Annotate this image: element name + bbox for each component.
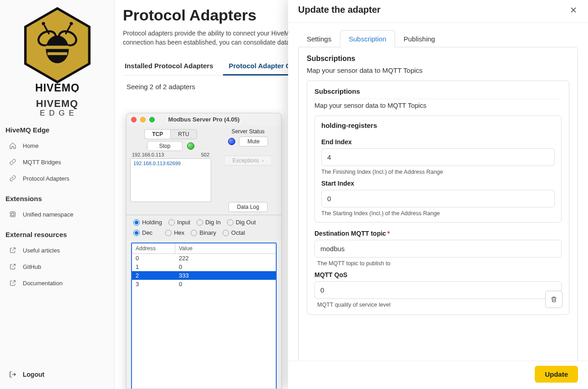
svg-rect-5 bbox=[47, 52, 67, 55]
sidebar-item-github[interactable]: GitHub bbox=[0, 258, 114, 275]
external-link-icon bbox=[9, 279, 16, 287]
svg-rect-12 bbox=[10, 212, 15, 217]
register-type-row: Holding Input Dig In Dig Out bbox=[127, 215, 281, 229]
trash-icon bbox=[550, 296, 558, 303]
tab-publishing[interactable]: Publishing bbox=[395, 30, 444, 47]
register-table[interactable]: Address Value 022210233330 bbox=[131, 242, 277, 389]
destination-topic-input[interactable] bbox=[314, 240, 562, 258]
seg-rtu[interactable]: RTU bbox=[170, 129, 197, 139]
radio-digout[interactable]: Dig Out bbox=[227, 219, 256, 226]
chevron-right-icon: › bbox=[262, 157, 264, 164]
col-value: Value bbox=[175, 243, 196, 253]
datalog-button[interactable]: Data Log bbox=[228, 202, 268, 212]
table-row[interactable]: 10 bbox=[132, 263, 276, 271]
subscriptions-title: Subscriptions bbox=[307, 55, 569, 63]
server-ip: 192.168.0.113 bbox=[132, 152, 164, 157]
radio-holding[interactable]: Holding bbox=[133, 219, 162, 226]
close-icon[interactable] bbox=[569, 5, 578, 15]
link-icon bbox=[9, 175, 16, 182]
external-link-icon bbox=[9, 247, 16, 254]
sidebar-section-res: External resources bbox=[0, 227, 114, 242]
sidebar-item-label: Useful articles bbox=[23, 247, 60, 254]
server-port: 502 bbox=[201, 152, 209, 157]
qos-label: MQTT QoS bbox=[314, 271, 562, 278]
number-base-row: Dec Hex Binary Octal bbox=[127, 229, 281, 240]
table-row[interactable]: 0222 bbox=[132, 254, 276, 263]
logout-button[interactable]: Logout bbox=[0, 366, 114, 383]
layers-icon bbox=[9, 211, 16, 218]
table-row[interactable]: 2333 bbox=[132, 271, 276, 280]
holding-registers-card: holding-registers End Index The Finishin… bbox=[314, 116, 562, 222]
svg-point-9 bbox=[70, 22, 73, 25]
sidebar-item-adapters[interactable]: Protocol Adapters bbox=[0, 170, 114, 187]
radio-input[interactable]: Input bbox=[168, 219, 190, 226]
qos-help: MQTT quality of service level bbox=[314, 302, 562, 308]
update-button[interactable]: Update bbox=[535, 366, 578, 383]
sidebar-item-docs[interactable]: Documentation bbox=[0, 275, 114, 291]
connection-list[interactable]: 192.168.0.113:62699 bbox=[130, 158, 211, 202]
end-index-label: End Index bbox=[321, 138, 555, 146]
sidebar-section-main: HiveMQ Edge bbox=[0, 122, 114, 137]
end-index-input[interactable] bbox=[321, 148, 555, 166]
link-icon bbox=[9, 158, 16, 166]
radio-octal[interactable]: Octal bbox=[223, 229, 245, 236]
sidebar-item-namespace[interactable]: Unified namespace bbox=[0, 206, 114, 222]
svg-point-7 bbox=[41, 22, 45, 25]
subscriptions-desc: Map your sensor data to MQTT Topics bbox=[307, 66, 569, 74]
sidebar-item-articles[interactable]: Useful articles bbox=[0, 242, 114, 258]
tab-installed-adapters[interactable]: Installed Protocol Adapters bbox=[123, 57, 215, 75]
sidebar-section-ext: Extensions bbox=[0, 191, 114, 206]
subscription-group: Subscriptions Map your sensor data to MQ… bbox=[307, 81, 569, 315]
group-title: Subscriptions bbox=[314, 87, 562, 99]
sidebar: HIVEMQ EDGE HIVEMQ EDGE HiveMQ Edge Home… bbox=[0, 0, 115, 389]
window-zoom-button[interactable] bbox=[149, 117, 155, 122]
radio-binary[interactable]: Binary bbox=[191, 229, 216, 236]
external-link-icon bbox=[9, 263, 16, 270]
exceptions-button[interactable]: Exceptions › bbox=[224, 156, 273, 166]
mute-button[interactable]: Mute bbox=[239, 136, 269, 147]
radio-digin[interactable]: Dig In bbox=[197, 219, 221, 226]
logo-edition: EDGE bbox=[4, 109, 114, 118]
stop-button[interactable]: Stop bbox=[147, 141, 183, 151]
status-led-blue bbox=[228, 138, 235, 145]
topic-help: The MQTT topic to publish to bbox=[314, 260, 562, 267]
window-close-button[interactable] bbox=[131, 117, 137, 122]
server-status-label: Server Status bbox=[218, 128, 279, 135]
svg-rect-4 bbox=[46, 45, 68, 49]
logout-icon bbox=[9, 371, 16, 378]
sidebar-item-label: Unified namespace bbox=[23, 211, 73, 218]
sidebar-item-label: Protocol Adapters bbox=[23, 175, 70, 182]
update-adapter-drawer: Update the adapter Settings Subscription… bbox=[288, 0, 588, 389]
radio-hex[interactable]: Hex bbox=[165, 229, 184, 236]
window-titlebar: Modbus Server Pro (4.05) bbox=[127, 113, 281, 126]
logout-label: Logout bbox=[23, 371, 44, 378]
table-row[interactable]: 30 bbox=[132, 280, 276, 288]
modbus-server-window: Modbus Server Pro (4.05) TCP RTU Stop 19… bbox=[126, 113, 282, 389]
start-index-help: The Starting Index (Incl.) of the Addres… bbox=[321, 210, 555, 217]
svg-point-3 bbox=[46, 35, 68, 63]
connection-entry: 192.168.0.113:62699 bbox=[133, 161, 208, 166]
delete-button[interactable] bbox=[545, 291, 563, 308]
svg-text:HIVEMQ: HIVEMQ bbox=[35, 82, 80, 92]
seg-tcp[interactable]: TCP bbox=[144, 129, 170, 139]
protocol-segment[interactable]: TCP RTU bbox=[130, 129, 211, 139]
col-address: Address bbox=[132, 243, 175, 253]
start-index-input[interactable] bbox=[321, 190, 555, 207]
qos-input[interactable] bbox=[314, 281, 562, 299]
status-led-green bbox=[187, 142, 194, 150]
sidebar-item-label: GitHub bbox=[23, 263, 41, 270]
tab-subscription[interactable]: Subscription bbox=[340, 30, 395, 47]
group-desc: Map your sensor data to MQTT Topics bbox=[314, 102, 562, 109]
sidebar-item-bridges[interactable]: MQTT Bridges bbox=[0, 154, 114, 170]
sidebar-item-label: Documentation bbox=[23, 280, 62, 287]
sidebar-item-label: Home bbox=[23, 142, 39, 149]
topic-label: Destination MQTT topic* bbox=[314, 230, 562, 237]
window-minimize-button[interactable] bbox=[140, 117, 146, 122]
svg-rect-13 bbox=[11, 213, 14, 215]
tab-settings[interactable]: Settings bbox=[298, 30, 340, 47]
drawer-title: Update the adapter bbox=[298, 5, 380, 15]
radio-dec[interactable]: Dec bbox=[133, 229, 152, 236]
sidebar-item-home[interactable]: Home bbox=[0, 137, 114, 154]
end-index-help: The Finishing Index (Incl.) of the Addre… bbox=[321, 169, 555, 175]
drawer-tabs: Settings Subscription Publishing bbox=[298, 30, 578, 47]
